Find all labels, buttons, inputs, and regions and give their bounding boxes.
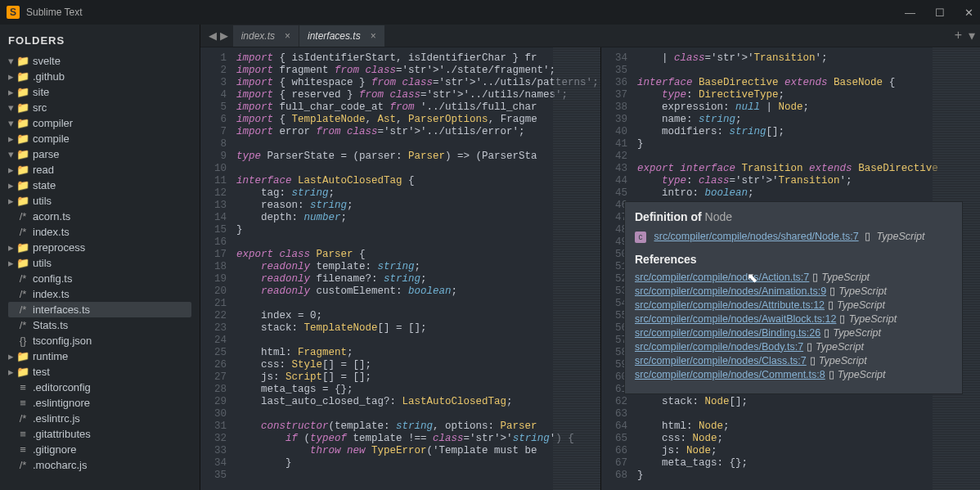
tab-interfaces.ts[interactable]: interfaces.ts×	[299, 25, 385, 47]
folder-parse[interactable]: ▾📁parse	[8, 146, 191, 162]
reference-row[interactable]: src/compiler/compile/nodes/Class.ts:7▯Ty…	[635, 354, 952, 366]
tab-index.ts[interactable]: index.ts×	[233, 25, 299, 47]
file-.eslintrc.js[interactable]: /*.eslintrc.js	[8, 411, 191, 426]
minimap-left[interactable]	[553, 47, 600, 490]
tabs-menu-button[interactable]: ▾	[969, 28, 975, 43]
new-tab-button[interactable]: +	[955, 28, 962, 43]
folder-state[interactable]: ▸📁state	[8, 178, 191, 193]
reference-link[interactable]: src/compiler/compile/nodes/Body.ts:7	[635, 341, 803, 353]
disclosure-triangle[interactable]: ▸	[8, 195, 16, 207]
disclosure-triangle[interactable]: ▸	[8, 257, 16, 269]
disclosure-triangle[interactable]: ▸	[8, 350, 16, 362]
definition-language: TypeScript	[877, 231, 925, 242]
file-index.ts[interactable]: /*index.ts	[8, 224, 191, 240]
node-label: index.ts	[33, 288, 70, 300]
disclosure-triangle[interactable]: ▸	[8, 366, 16, 378]
file-icon: ≡	[16, 443, 29, 456]
disclosure-triangle[interactable]: ▸	[8, 164, 16, 176]
left-code[interactable]: import { isIdentifierStart, isIdentifier…	[232, 47, 600, 490]
file-icon: /*	[16, 226, 29, 238]
node-label: interfaces.ts	[33, 303, 90, 316]
file-config.ts[interactable]: /*config.ts	[8, 271, 191, 286]
folder-utils[interactable]: ▸📁utils	[8, 255, 191, 271]
reference-link[interactable]: src/compiler/compile/nodes/Comment.ts:8	[635, 369, 825, 380]
reference-row[interactable]: src/compiler/compile/nodes/Comment.ts:8▯…	[635, 368, 952, 380]
folder-svelte[interactable]: ▾📁svelte	[8, 53, 191, 69]
folder-.github[interactable]: ▸📁.github	[8, 69, 191, 84]
disclosure-triangle[interactable]: ▾	[8, 117, 16, 129]
file-.editorconfig[interactable]: ≡.editorconfig	[8, 380, 191, 395]
disclosure-triangle[interactable]: ▾	[8, 55, 16, 67]
node-label: .eslintignore	[33, 397, 90, 409]
reference-language: TypeScript	[838, 285, 887, 297]
references-heading: References	[635, 253, 952, 266]
folder-compile[interactable]: ▸📁compile	[8, 131, 191, 146]
disclosure-triangle[interactable]: ▸	[8, 179, 16, 191]
node-label: compile	[33, 133, 70, 145]
reference-link[interactable]: src/compiler/compile/nodes/Animation.ts:…	[635, 285, 826, 297]
file-.gitignore[interactable]: ≡.gitignore	[8, 442, 191, 457]
folder-runtime[interactable]: ▸📁runtime	[8, 348, 191, 364]
disclosure-triangle[interactable]: ▾	[8, 148, 16, 160]
node-label: utils	[33, 257, 52, 269]
disclosure-triangle[interactable]: ▸	[8, 241, 16, 254]
node-label: parse	[33, 148, 60, 160]
maximize-button[interactable]: ☐	[935, 7, 945, 19]
file-.eslintignore[interactable]: ≡.eslintignore	[8, 395, 191, 411]
disclosure-triangle[interactable]: ▸	[8, 86, 16, 98]
folder-icon: 📁	[16, 133, 29, 145]
reference-link[interactable]: src/compiler/compile/nodes/Binding.ts:26	[635, 327, 820, 339]
file-icon: ▯	[812, 272, 818, 283]
reference-language: TypeScript	[833, 327, 881, 339]
tab-nav-arrows[interactable]: ◀ ▶	[204, 29, 233, 42]
disclosure-triangle[interactable]: ▸	[8, 133, 16, 145]
folders-sidebar: FOLDERS ▾📁svelte▸📁.github▸📁site▾📁src▾📁co…	[0, 25, 200, 490]
reference-link[interactable]: src/compiler/compile/nodes/AwaitBlock.ts…	[635, 313, 836, 325]
reference-row[interactable]: src/compiler/compile/nodes/Binding.ts:26…	[635, 326, 952, 339]
folder-preprocess[interactable]: ▸📁preprocess	[8, 240, 191, 255]
folder-utils[interactable]: ▸📁utils	[8, 193, 191, 209]
file-interfaces.ts[interactable]: /*interfaces.ts	[8, 302, 191, 317]
left-editor-pane[interactable]: 1234567891011121314151617181920212223242…	[200, 47, 601, 490]
tab-bar: ◀ ▶ index.ts×interfaces.ts× + ▾	[200, 25, 980, 47]
node-label: tsconfig.json	[33, 335, 92, 347]
folder-icon: 📁	[16, 366, 29, 378]
folder-compiler[interactable]: ▾📁compiler	[8, 115, 191, 131]
folder-test[interactable]: ▸📁test	[8, 364, 191, 380]
reference-row[interactable]: src/compiler/compile/nodes/AwaitBlock.ts…	[635, 312, 952, 325]
disclosure-triangle[interactable]: ▾	[8, 101, 16, 114]
file-acorn.ts[interactable]: /*acorn.ts	[8, 209, 191, 224]
file-tree[interactable]: ▾📁svelte▸📁.github▸📁site▾📁src▾📁compiler▸📁…	[8, 53, 191, 473]
left-gutter: 1234567891011121314151617181920212223242…	[200, 47, 232, 490]
folder-src[interactable]: ▾📁src	[8, 100, 191, 115]
file-icon: /*	[16, 303, 29, 316]
definition-row[interactable]: c src/compiler/compile/nodes/shared/Node…	[635, 230, 952, 243]
file-.mocharc.js[interactable]: /*.mocharc.js	[8, 457, 191, 473]
file-Stats.ts[interactable]: /*Stats.ts	[8, 317, 191, 333]
reference-link[interactable]: src/compiler/compile/nodes/Class.ts:7	[635, 355, 807, 366]
file-tsconfig.json[interactable]: {}tsconfig.json	[8, 333, 191, 348]
reference-row[interactable]: src/compiler/compile/nodes/Animation.ts:…	[635, 285, 952, 297]
folder-site[interactable]: ▸📁site	[8, 84, 191, 100]
minimize-button[interactable]: —	[905, 7, 915, 19]
reference-row[interactable]: src/compiler/compile/nodes/Attribute.ts:…	[635, 299, 952, 311]
folder-icon: 📁	[16, 55, 29, 67]
definition-link[interactable]: src/compiler/compile/nodes/shared/Node.t…	[654, 231, 858, 242]
reference-row[interactable]: src/compiler/compile/nodes/Action.ts:7▯T…	[635, 271, 952, 283]
node-label: preprocess	[33, 241, 85, 254]
file-index.ts[interactable]: /*index.ts	[8, 286, 191, 302]
reference-link[interactable]: src/compiler/compile/nodes/Action.ts:7	[635, 272, 809, 283]
reference-link[interactable]: src/compiler/compile/nodes/Attribute.ts:…	[635, 299, 825, 311]
node-label: .gitattributes	[33, 428, 91, 440]
file-.gitattributes[interactable]: ≡.gitattributes	[8, 426, 191, 442]
folders-heading: FOLDERS	[8, 34, 191, 47]
node-label: svelte	[33, 55, 61, 67]
tab-close-icon[interactable]: ×	[285, 30, 290, 42]
tab-close-icon[interactable]: ×	[371, 30, 376, 42]
folder-read[interactable]: ▸📁read	[8, 162, 191, 178]
file-icon: /*	[16, 412, 29, 425]
reference-row[interactable]: src/compiler/compile/nodes/Body.ts:7▯Typ…	[635, 340, 952, 353]
disclosure-triangle[interactable]: ▸	[8, 70, 16, 83]
close-button[interactable]: ✕	[964, 7, 973, 19]
tab-label: index.ts	[241, 30, 275, 42]
